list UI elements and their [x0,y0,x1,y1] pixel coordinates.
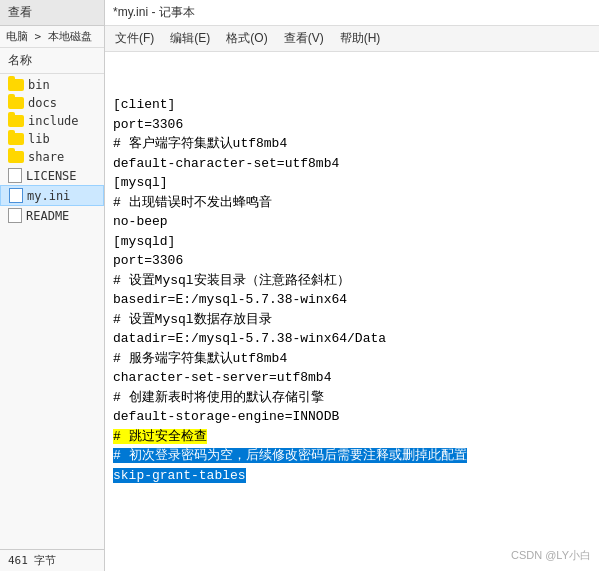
menu-item-帮[interactable]: 帮助(H) [334,28,387,49]
file-name: LICENSE [26,169,77,183]
content-line: basedir=E:/mysql-5.7.38-winx64 [113,290,591,310]
file-item-docs[interactable]: docs [0,94,104,112]
file-name: lib [28,132,50,146]
content-line: [client] [113,95,591,115]
content-line: port=3306 [113,115,591,135]
highlight-blue-key: skip-grant-tables [113,468,246,483]
content-line: default-storage-engine=INNODB [113,407,591,427]
ini-file-icon [9,188,23,203]
file-name: share [28,150,64,164]
file-name: my.ini [27,189,70,203]
file-list: bindocsincludelibshareLICENSEmy.iniREADM… [0,74,104,549]
content-line: [mysqld] [113,232,591,252]
file-item-share[interactable]: share [0,148,104,166]
file-list-header: 名称 [0,48,104,74]
content-line: default-character-set=utf8mb4 [113,154,591,174]
notepad-panel: *my.ini - 记事本 文件(F)编辑(E)格式(O)查看(V)帮助(H) … [105,0,599,571]
file-item-license[interactable]: LICENSE [0,166,104,185]
folder-icon [8,151,24,163]
content-line: # 出现错误时不发出蜂鸣音 [113,193,591,213]
breadcrumb: 电脑 > 本地磁盘 [0,26,104,48]
content-line: # 设置Mysql数据存放目录 [113,310,591,330]
folder-icon [8,115,24,127]
highlight-blue: # 初次登录密码为空，后续修改密码后需要注释或删掉此配置 [113,448,467,463]
notepad-menubar: 文件(F)编辑(E)格式(O)查看(V)帮助(H) [105,26,599,52]
folder-icon [8,133,24,145]
content-line: character-set-server=utf8mb4 [113,368,591,388]
file-name: docs [28,96,57,110]
content-line: # 服务端字符集默认utf8mb4 [113,349,591,369]
watermark: CSDN @LY小白 [511,548,591,563]
explorer-header: 查看 [0,0,104,26]
menu-item-查[interactable]: 查看(V) [278,28,330,49]
file-item-my.ini[interactable]: my.ini [0,185,104,206]
folder-icon [8,97,24,109]
content-line: datadir=E:/mysql-5.7.38-winx64/Data [113,329,591,349]
file-name: bin [28,78,50,92]
content-line: skip-grant-tables [113,466,591,486]
content-line: no-beep [113,212,591,232]
content-line: # 跳过安全检查 [113,427,591,447]
notepad-content: [client]port=3306# 客户端字符集默认utf8mb4defaul… [105,52,599,571]
file-item-include[interactable]: include [0,112,104,130]
content-line: # 初次登录密码为空，后续修改密码后需要注释或删掉此配置 [113,446,591,466]
file-name: include [28,114,79,128]
content-line: # 设置Mysql安装目录（注意路径斜杠） [113,271,591,291]
content-line: # 客户端字符集默认utf8mb4 [113,134,591,154]
file-icon [8,168,22,183]
menu-item-文[interactable]: 文件(F) [109,28,160,49]
file-icon [8,208,22,223]
file-item-bin[interactable]: bin [0,76,104,94]
file-explorer-panel: 查看 电脑 > 本地磁盘 名称 bindocsincludelibshareLI… [0,0,105,571]
content-line: # 创建新表时将使用的默认存储引擎 [113,388,591,408]
folder-icon [8,79,24,91]
notepad-titlebar: *my.ini - 记事本 [105,0,599,26]
menu-item-格[interactable]: 格式(O) [220,28,273,49]
highlight-yellow: # 跳过安全检查 [113,429,207,444]
menu-item-编[interactable]: 编辑(E) [164,28,216,49]
file-item-lib[interactable]: lib [0,130,104,148]
file-name: README [26,209,69,223]
content-line: port=3306 [113,251,591,271]
content-line: [mysql] [113,173,591,193]
file-item-readme[interactable]: README [0,206,104,225]
status-bar: 461 字节 [0,549,104,571]
